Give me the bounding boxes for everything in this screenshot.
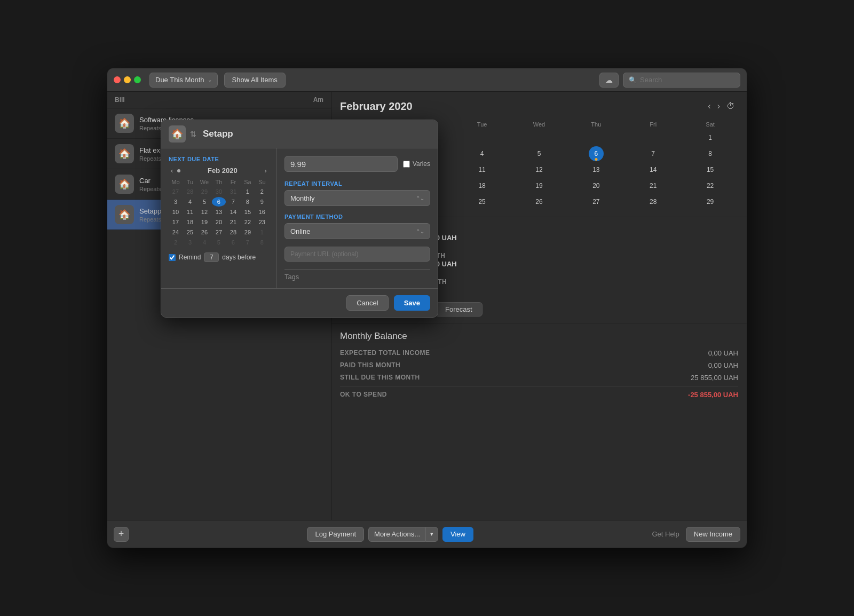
cancel-button[interactable]: Cancel	[346, 295, 388, 311]
cal-day[interactable]: 27	[589, 194, 604, 209]
mini-cal-day[interactable]: 9	[255, 197, 269, 207]
mini-cal-day[interactable]: 12	[197, 207, 211, 217]
more-actions-button[interactable]: More Actions...	[368, 527, 425, 542]
mini-cal-day[interactable]: 1	[241, 187, 255, 196]
mini-cal-day[interactable]: 29	[197, 187, 211, 196]
mini-cal-day[interactable]: 27	[212, 227, 226, 237]
cal-day[interactable]: 18	[475, 178, 489, 193]
cal-day[interactable]: 13	[589, 162, 604, 177]
mini-cal-day[interactable]: 4	[197, 238, 211, 247]
calendar-prev-button[interactable]: ‹	[705, 99, 714, 113]
minimize-button[interactable]	[124, 76, 131, 83]
mini-cal-day[interactable]: 18	[183, 217, 197, 227]
mini-cal-day[interactable]: 7	[241, 238, 255, 247]
mini-cal-day[interactable]: 24	[169, 227, 183, 237]
search-bar[interactable]: 🔍	[623, 73, 740, 88]
mini-cal-day[interactable]: 28	[183, 187, 197, 196]
cal-day[interactable]: 21	[646, 178, 661, 193]
save-button[interactable]: Save	[394, 295, 430, 311]
mini-cal-day[interactable]: 20	[212, 217, 226, 227]
mini-cal-day-selected[interactable]: 6	[212, 197, 226, 207]
cal-day[interactable]: 1	[703, 130, 718, 145]
due-this-month-dropdown[interactable]: Due This Month ⌄	[149, 73, 218, 88]
calendar-next-button[interactable]: ›	[714, 99, 723, 113]
mini-cal-prev-button[interactable]: ‹	[169, 167, 175, 175]
cal-day[interactable]	[646, 130, 661, 145]
mini-cal-day[interactable]: 7	[226, 197, 240, 207]
mini-cal-day[interactable]: 8	[241, 197, 255, 207]
cal-day[interactable]: 5	[532, 146, 547, 161]
cal-day[interactable]: 19	[532, 178, 547, 193]
mini-cal-day[interactable]: 3	[183, 238, 197, 247]
remind-label: Remind	[179, 254, 201, 261]
cal-day[interactable]: 8	[703, 146, 718, 161]
log-payment-button[interactable]: Log Payment	[307, 527, 364, 542]
mini-cal-day[interactable]: 17	[169, 217, 183, 227]
payment-method-dropdown[interactable]: Online ⌃⌄	[284, 223, 430, 239]
cal-day[interactable]: 28	[646, 194, 661, 209]
cal-day[interactable]: 12	[532, 162, 547, 177]
view-button[interactable]: View	[442, 527, 473, 542]
amount-input[interactable]	[284, 156, 398, 172]
mini-cal-day[interactable]: 25	[183, 227, 197, 237]
mini-cal-day[interactable]: 28	[226, 227, 240, 237]
fullscreen-button[interactable]	[134, 76, 141, 83]
mini-cal-day[interactable]: 29	[241, 227, 255, 237]
mini-cal-day[interactable]: 2	[169, 238, 183, 247]
mini-cal-day[interactable]: 4	[183, 197, 197, 207]
cal-day[interactable]: 15	[703, 162, 718, 177]
cal-day[interactable]	[475, 130, 489, 145]
get-help-link[interactable]: Get Help	[652, 530, 679, 538]
mini-cal-day[interactable]: 31	[226, 187, 240, 196]
more-actions-dropdown-button[interactable]: ▾	[425, 527, 438, 542]
mini-cal-day[interactable]: 16	[255, 207, 269, 217]
add-bill-button[interactable]: +	[114, 527, 129, 542]
search-input[interactable]	[640, 76, 734, 84]
cal-day[interactable]: 25	[475, 194, 489, 209]
mini-cal-day[interactable]: 13	[212, 207, 226, 217]
mini-cal-day[interactable]: 8	[255, 238, 269, 247]
close-button[interactable]	[114, 76, 121, 83]
balance-value: 0,00 UAH	[708, 361, 738, 369]
remind-checkbox[interactable]	[169, 254, 176, 261]
mini-cal-day[interactable]: 2	[255, 187, 269, 196]
cal-day[interactable]: 11	[475, 162, 489, 177]
payment-url-input[interactable]	[284, 247, 430, 262]
mini-cal-day[interactable]: 3	[169, 197, 183, 207]
mini-cal-day[interactable]: 21	[226, 217, 240, 227]
cal-day-header: Tue	[454, 120, 510, 129]
varies-checkbox[interactable]	[403, 161, 410, 168]
mini-cal-day[interactable]: 26	[197, 227, 211, 237]
mini-cal-day[interactable]: 14	[226, 207, 240, 217]
cal-day[interactable]: 4	[475, 146, 489, 161]
cal-day[interactable]	[589, 130, 604, 145]
cal-day[interactable]: 7	[646, 146, 661, 161]
new-income-button[interactable]: New Income	[686, 527, 740, 542]
cal-day[interactable]: 29	[703, 194, 718, 209]
mini-cal-day[interactable]: 6	[226, 238, 240, 247]
cal-day[interactable]: 22	[703, 178, 718, 193]
repeat-interval-dropdown[interactable]: Monthly ⌃⌄	[284, 190, 430, 206]
cal-day-today[interactable]: 6	[589, 146, 604, 161]
forecast-button[interactable]: Forecast	[435, 302, 483, 317]
remind-days-input[interactable]	[204, 252, 219, 262]
cal-day[interactable]: 14	[646, 162, 661, 177]
mini-cal-day[interactable]: 22	[241, 217, 255, 227]
cloud-sync-button[interactable]: ☁	[599, 73, 619, 88]
mini-cal-day[interactable]: 10	[169, 207, 183, 217]
mini-cal-day[interactable]: 15	[241, 207, 255, 217]
cal-day[interactable]: 26	[532, 194, 547, 209]
mini-cal-day[interactable]: 11	[183, 207, 197, 217]
mini-cal-next-button[interactable]: ›	[263, 167, 269, 175]
mini-cal-day[interactable]: 5	[197, 197, 211, 207]
mini-cal-day[interactable]: 30	[212, 187, 226, 196]
show-all-button[interactable]: Show All Items	[224, 73, 286, 88]
mini-cal-day[interactable]: 1	[255, 227, 269, 237]
mini-cal-day[interactable]: 23	[255, 217, 269, 227]
cal-day[interactable]: 20	[589, 178, 604, 193]
mini-cal-day[interactable]: 5	[212, 238, 226, 247]
cal-day[interactable]	[532, 130, 547, 145]
mini-cal-day[interactable]: 19	[197, 217, 211, 227]
calendar-clock-button[interactable]: ⏱	[723, 99, 738, 113]
mini-cal-day[interactable]: 27	[169, 187, 183, 196]
